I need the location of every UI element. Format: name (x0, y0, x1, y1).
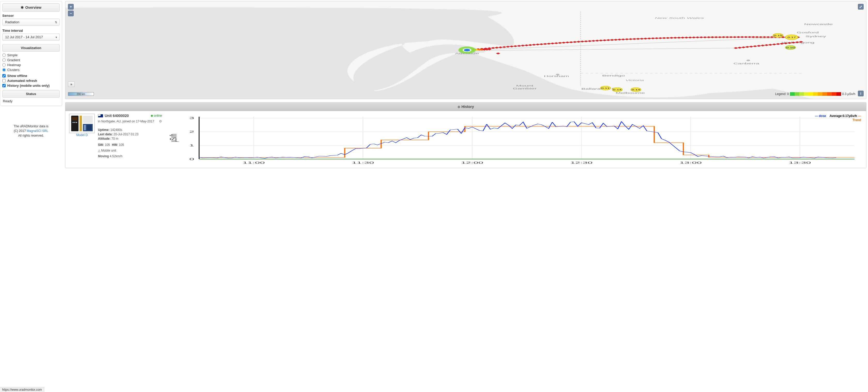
avg-legend: Average:0.17µSv/h (830, 114, 857, 118)
radio-heatmap[interactable]: Heatmap (2, 63, 60, 67)
marker-cluster-3[interactable]: 0.10 (785, 45, 795, 50)
unit-status: online (151, 114, 162, 118)
radio-clusters[interactable]: Clusters (2, 68, 60, 72)
svg-text:13:30: 13:30 (788, 161, 811, 164)
map-label-ballarat: Ballarat (581, 87, 602, 90)
check-show-offline-input[interactable] (2, 74, 6, 77)
zoom-out-button[interactable]: − (68, 10, 74, 16)
online-dot-icon (151, 115, 153, 117)
footer-copyright: (C) 2017 (14, 129, 27, 133)
map[interactable]: New South Wales Newcastle Gosford Sydney… (65, 1, 866, 99)
check-auto-refresh-label: Automated refresh (7, 79, 37, 83)
legend-gradient (790, 92, 841, 96)
unit-location: in Northgate, AU, joined on 17-May-2017 (98, 120, 154, 123)
radio-gradient-label: Gradient (7, 58, 20, 62)
svg-text:0: 0 (189, 158, 194, 161)
svg-point-144 (76, 122, 77, 123)
map-label-nsw: New South Wales (655, 16, 704, 19)
footer-credit: The uRADMonitor data is (C) 2017 MagnaSC… (0, 124, 62, 138)
footer-line3: All rights reserved. (0, 133, 62, 138)
check-auto-refresh-input[interactable] (2, 79, 6, 83)
main: New South Wales Newcastle Gosford Sydney… (65, 1, 866, 168)
time-interval-picker[interactable]: 12 Jul 2017 - 14 Jul 2017 (2, 34, 60, 40)
svg-text:13:00: 13:00 (680, 161, 702, 164)
radio-heatmap-input[interactable] (2, 63, 6, 67)
radio-clusters-input[interactable] (2, 68, 6, 71)
altitude-value: 70 m (112, 137, 118, 140)
svg-rect-145 (80, 116, 82, 131)
lastdata-label: Last data: (98, 132, 113, 136)
diamond-icon: ◆ (458, 105, 460, 109)
svg-point-1 (746, 60, 750, 61)
uptime-label: Uptime: (98, 128, 110, 132)
footer-link[interactable]: MagnaSCI SRL (27, 129, 48, 133)
radio-simple[interactable]: Simple (2, 53, 60, 57)
status-value: Ready (3, 99, 59, 103)
marker-cluster-2[interactable]: 0.17 (785, 35, 798, 40)
map-label-horsham: Horsham (544, 75, 569, 77)
footer-line1: The uRADMonitor data is (0, 124, 62, 129)
map-label-bendigo: Bendigo (602, 74, 625, 77)
check-history[interactable]: History (mobile units only) (2, 84, 60, 88)
svg-text:12:00: 12:00 (461, 161, 484, 164)
svg-text:0.15: 0.15 (774, 35, 782, 37)
check-show-offline[interactable]: Show offline (2, 74, 60, 78)
svg-rect-149 (87, 125, 92, 130)
marker-cluster-4[interactable]: 0.11 (600, 86, 610, 90)
marker-cluster-6[interactable]: 0.14 (631, 88, 641, 92)
overview-button[interactable]: ✱ Overview (2, 3, 60, 12)
svg-text:0.17: 0.17 (787, 36, 796, 38)
zoom-in-button[interactable]: + (68, 4, 74, 9)
svg-text:3: 3 (189, 117, 194, 120)
svg-text:1: 1 (189, 144, 194, 147)
info-button[interactable]: i (858, 91, 864, 96)
expand-panel-button[interactable]: » (68, 81, 75, 87)
visualization-button[interactable]: Visualization (2, 44, 60, 52)
fullscreen-icon: ⤢ (859, 5, 862, 8)
map-label-victoria: Victoria (625, 79, 644, 81)
svg-text:0.14: 0.14 (613, 89, 622, 91)
time-interval-label: Time interval (2, 29, 60, 33)
chart-area: — dose Average:0.17µSv/h — Trend 012311:… (167, 113, 863, 165)
check-auto-refresh[interactable]: Automated refresh (2, 79, 60, 83)
check-history-input[interactable] (2, 84, 6, 87)
sensor-select[interactable]: Radiation (2, 19, 60, 26)
time-interval-value: 12 Jul 2017 - 14 Jul 2017 (5, 35, 43, 39)
map-label-melbourne: Melbourne (616, 91, 645, 94)
svg-point-142 (73, 122, 74, 123)
radio-gradient-input[interactable] (2, 58, 6, 62)
marker-cluster-1[interactable]: 0.15 (773, 33, 783, 37)
fullscreen-button[interactable]: ⤢ (858, 4, 864, 9)
svg-text:Mount: Mount (516, 84, 533, 87)
map-scale: 200 km (68, 92, 94, 96)
map-canvas[interactable]: New South Wales Newcastle Gosford Sydney… (65, 1, 866, 99)
marker-current[interactable] (458, 46, 476, 54)
triangle-icon: △ (98, 149, 100, 152)
marker-cluster-5[interactable]: 0.14 (612, 88, 622, 92)
svg-rect-141 (72, 117, 78, 120)
status-button[interactable]: Status (2, 90, 60, 98)
history-header-label: History (461, 105, 474, 109)
sidebar: ✱ Overview Sensor Radiation ⇅ Time inter… (0, 1, 62, 168)
check-history-label: History (mobile units only) (7, 84, 50, 88)
svg-text:11:00: 11:00 (243, 161, 265, 164)
unit-model-link[interactable]: Model D (76, 133, 88, 137)
svg-text:0.14: 0.14 (632, 89, 640, 91)
radio-simple-input[interactable] (2, 54, 6, 57)
sensor-label: Sensor (2, 14, 60, 18)
svg-text:2: 2 (189, 130, 194, 133)
map-scale-label: 200 km (77, 93, 85, 96)
radio-gradient[interactable]: Gradient (2, 58, 60, 62)
unit-thumbnail (69, 113, 95, 133)
uptime-value: 142480s (111, 128, 122, 132)
svg-point-138 (463, 48, 471, 52)
moving-label: Moving (98, 155, 109, 158)
gear-icon[interactable]: ⚙ (159, 119, 162, 123)
snowflake-icon: ✱ (21, 5, 24, 9)
svg-point-143 (74, 122, 75, 123)
flag-au-icon (98, 114, 103, 118)
svg-text:11:30: 11:30 (352, 161, 374, 164)
history-header: ◆ History (65, 102, 866, 111)
svg-text:0.10: 0.10 (786, 47, 795, 49)
overview-panel: ✱ Overview Sensor Radiation ⇅ Time inter… (0, 1, 62, 106)
